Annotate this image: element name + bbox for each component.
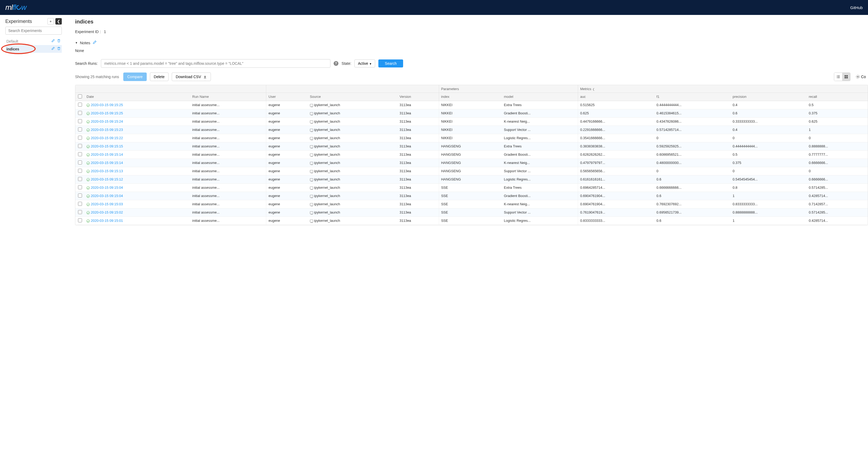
row-checkbox[interactable] bbox=[78, 111, 82, 115]
row-checkbox[interactable] bbox=[78, 136, 82, 140]
search-button[interactable]: Search bbox=[378, 59, 403, 67]
metric-recall: 0.5714285... bbox=[806, 183, 868, 192]
param-model: Extra Trees bbox=[502, 142, 578, 150]
row-checkbox[interactable] bbox=[78, 127, 82, 132]
row-checkbox[interactable] bbox=[78, 103, 82, 107]
experiment-id-label: Experiment ID : bbox=[75, 30, 101, 34]
metric-f1: 0.4615384615... bbox=[654, 109, 731, 117]
run-version: 3113ea bbox=[397, 167, 439, 175]
table-row: 2020-03-15 09:15:25 initial assessme... … bbox=[75, 101, 868, 109]
row-checkbox[interactable] bbox=[78, 218, 82, 222]
col-run-name[interactable]: Run Name bbox=[190, 92, 266, 101]
run-date-link[interactable]: 2020-03-15 09:15:25 bbox=[91, 103, 123, 107]
metric-precision: 0.375 bbox=[731, 159, 807, 167]
row-checkbox[interactable] bbox=[78, 185, 82, 189]
run-date-link[interactable]: 2020-03-15 09:15:25 bbox=[91, 111, 123, 115]
run-source: ipykernel_launch bbox=[314, 136, 340, 140]
columns-button[interactable]: Co bbox=[854, 73, 868, 80]
delete-button[interactable]: Delete bbox=[150, 73, 168, 81]
metrics-collapse-icon[interactable]: ❮ bbox=[592, 88, 594, 91]
search-experiments-input[interactable] bbox=[5, 27, 62, 35]
col-index[interactable]: index bbox=[439, 92, 502, 101]
run-date-link[interactable]: 2020-03-15 09:15:04 bbox=[91, 185, 123, 190]
run-date-link[interactable]: 2020-03-15 09:15:14 bbox=[91, 152, 123, 156]
col-recall[interactable]: recall bbox=[806, 92, 868, 101]
run-date-link[interactable]: 2020-03-15 09:15:02 bbox=[91, 210, 123, 214]
table-row: 2020-03-15 09:15:04 initial assessme... … bbox=[75, 192, 868, 200]
metric-auc: 0.6262626262... bbox=[578, 150, 654, 159]
laptop-icon bbox=[310, 187, 313, 189]
metric-recall: 0 bbox=[806, 167, 868, 175]
row-checkbox[interactable] bbox=[78, 161, 82, 165]
col-auc[interactable]: auc bbox=[578, 92, 654, 101]
col-precision[interactable]: precision bbox=[731, 92, 807, 101]
metric-recall: 0.7142857... bbox=[806, 200, 868, 208]
run-date-link[interactable]: 2020-03-15 09:15:03 bbox=[91, 202, 123, 206]
laptop-icon bbox=[310, 145, 313, 148]
sidebar: Experiments + ❮ Default indices bbox=[0, 15, 65, 225]
col-date[interactable]: Date bbox=[84, 92, 190, 101]
col-source[interactable]: Source bbox=[308, 92, 398, 101]
delete-experiment-icon[interactable] bbox=[57, 39, 61, 44]
row-checkbox[interactable] bbox=[78, 152, 82, 156]
run-version: 3113ea bbox=[397, 125, 439, 134]
run-date-link[interactable]: 2020-03-15 09:15:15 bbox=[91, 144, 123, 148]
metric-auc: 0.4479166666... bbox=[578, 117, 654, 125]
notes-caret-icon[interactable]: ▼ bbox=[75, 41, 78, 44]
row-checkbox[interactable] bbox=[78, 210, 82, 214]
metric-recall: 0.8888888... bbox=[806, 142, 868, 150]
edit-experiment-icon[interactable] bbox=[51, 47, 55, 51]
metric-f1: 0 bbox=[654, 134, 731, 142]
col-version[interactable]: Version bbox=[397, 92, 439, 101]
row-checkbox[interactable] bbox=[78, 194, 82, 198]
run-name: initial assessme... bbox=[190, 175, 266, 183]
row-checkbox[interactable] bbox=[78, 119, 82, 123]
run-name: initial assessme... bbox=[190, 125, 266, 134]
run-user: eugene bbox=[266, 109, 308, 117]
status-success-icon bbox=[87, 104, 90, 107]
col-f1[interactable]: f1 bbox=[654, 92, 731, 101]
sidebar-experiment-item[interactable]: indices bbox=[5, 45, 62, 53]
run-name: initial assessme... bbox=[190, 208, 266, 217]
edit-notes-icon[interactable] bbox=[92, 40, 97, 45]
col-model[interactable]: model bbox=[502, 92, 578, 101]
compare-button[interactable]: Compare bbox=[123, 73, 147, 81]
run-source: ipykernel_launch bbox=[314, 219, 340, 223]
laptop-icon bbox=[310, 112, 313, 115]
select-all-checkbox[interactable] bbox=[78, 94, 82, 98]
download-csv-button[interactable]: Download CSV bbox=[172, 73, 211, 81]
mlflow-logo[interactable]: mlflw bbox=[5, 3, 26, 12]
run-date-link[interactable]: 2020-03-15 09:15:24 bbox=[91, 119, 123, 123]
help-icon[interactable]: ? bbox=[334, 61, 338, 66]
row-checkbox[interactable] bbox=[78, 202, 82, 206]
status-success-icon bbox=[87, 145, 90, 148]
state-dropdown[interactable]: Active ▼ bbox=[354, 59, 375, 67]
search-runs-input[interactable] bbox=[101, 59, 331, 68]
delete-experiment-icon[interactable] bbox=[57, 47, 61, 51]
run-version: 3113ea bbox=[397, 200, 439, 208]
run-date-link[interactable]: 2020-03-15 09:15:04 bbox=[91, 194, 123, 198]
edit-experiment-icon[interactable] bbox=[51, 39, 55, 44]
collapse-sidebar-button[interactable]: ❮ bbox=[55, 18, 62, 25]
list-view-button[interactable] bbox=[834, 73, 842, 81]
row-checkbox[interactable] bbox=[78, 169, 82, 173]
run-date-link[interactable]: 2020-03-15 09:15:14 bbox=[91, 161, 123, 165]
param-model: Extra Trees bbox=[502, 183, 578, 192]
row-checkbox[interactable] bbox=[78, 144, 82, 148]
param-index: HANGSENG bbox=[439, 167, 502, 175]
run-version: 3113ea bbox=[397, 142, 439, 150]
row-checkbox[interactable] bbox=[78, 177, 82, 181]
laptop-icon bbox=[310, 129, 313, 132]
col-user[interactable]: User bbox=[266, 92, 308, 101]
run-date-link[interactable]: 2020-03-15 09:15:12 bbox=[91, 177, 123, 181]
run-date-link[interactable]: 2020-03-15 09:15:22 bbox=[91, 136, 123, 140]
grid-view-button[interactable] bbox=[842, 73, 850, 81]
github-link[interactable]: GitHub bbox=[850, 5, 863, 10]
param-model: Support Vector ... bbox=[502, 125, 578, 134]
run-date-link[interactable]: 2020-03-15 09:15:01 bbox=[91, 219, 123, 223]
run-date-link[interactable]: 2020-03-15 09:15:13 bbox=[91, 169, 123, 173]
run-date-link[interactable]: 2020-03-15 09:15:23 bbox=[91, 128, 123, 132]
param-index: HANGSENG bbox=[439, 159, 502, 167]
add-experiment-button[interactable]: + bbox=[48, 18, 54, 25]
sidebar-experiment-item[interactable]: Default bbox=[5, 37, 62, 45]
